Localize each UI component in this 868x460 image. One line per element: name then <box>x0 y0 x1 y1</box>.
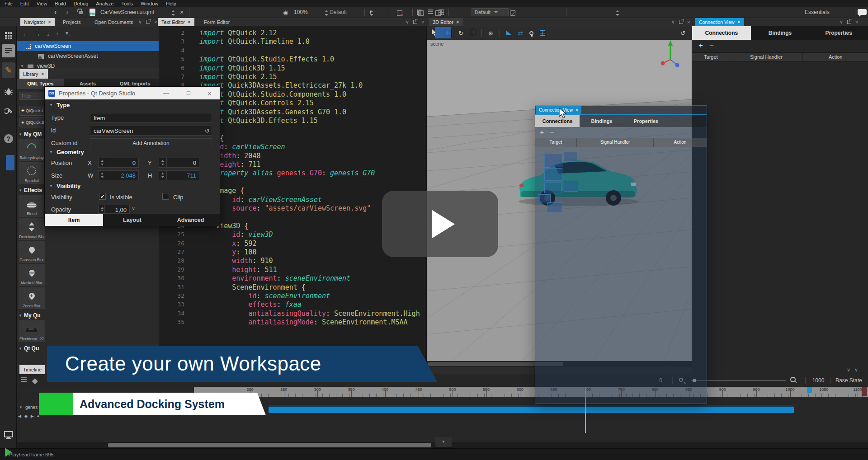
debug-mode-icon[interactable] <box>2 85 15 98</box>
close-document-icon[interactable]: × <box>180 7 184 18</box>
add-keyframe-icon[interactable]: ◆ <box>32 376 38 385</box>
zoom-level[interactable]: 100% <box>294 7 308 18</box>
distribute-h-icon[interactable] <box>417 9 422 15</box>
panel-splitter-grip[interactable]: ▼ <box>435 437 452 447</box>
menu-edit[interactable]: Edit <box>20 1 29 6</box>
clip-checkbox[interactable] <box>162 193 169 200</box>
menu-debug[interactable]: Debug <box>74 1 88 6</box>
add-module-button[interactable]: +QtQuick.I <box>19 106 45 116</box>
run-button[interactable] <box>2 446 15 459</box>
kit-monitor-icon[interactable] <box>2 428 15 441</box>
is-visible-checkbox[interactable]: ✔ <box>99 193 106 200</box>
add-annotation-button[interactable]: Add Annotation <box>90 138 212 148</box>
menu-window[interactable]: Window <box>141 1 158 6</box>
timeline-ruler[interactable]: 2002503003504004505005506006507007508008… <box>194 387 868 397</box>
floating-connection-view[interactable]: Connection View× Connections Bindings Pr… <box>535 105 707 404</box>
timeline-marker[interactable] <box>807 387 812 393</box>
menu-analyze[interactable]: Analyze <box>96 1 113 6</box>
library-section-qt-qu[interactable]: ▼Qt Qu <box>19 343 47 353</box>
section-type[interactable]: ▼Type <box>49 102 70 108</box>
library-item-gaussian-blur[interactable]: Gaussian Blur <box>19 241 45 263</box>
feedback-icon[interactable] <box>858 9 867 15</box>
tab-item[interactable]: Item <box>45 214 103 226</box>
design-mode-icon[interactable]: ✎ <box>2 62 15 78</box>
reset-view-icon[interactable]: ↺ <box>680 30 685 37</box>
library-section-my-qm[interactable]: ▼My QM <box>19 129 47 139</box>
height-spinbox[interactable]: 711 <box>159 170 199 180</box>
style-selector[interactable]: Default <box>330 7 347 18</box>
tab-connection-view[interactable]: Connection View× <box>695 18 744 26</box>
type-field[interactable]: Item <box>90 113 212 123</box>
tree-item-carviewscreen[interactable]: carViewScreen <box>17 41 159 51</box>
library-item-directional-blur[interactable]: Directional Blur <box>19 218 45 240</box>
rotate-tool-icon[interactable]: ↻ <box>458 30 463 37</box>
editor-panel-controls[interactable]: ∨× <box>406 19 425 25</box>
keyframe-controls[interactable]: ◀◆▶● <box>18 414 39 418</box>
section-geometry[interactable]: ▼Geometry <box>49 149 84 155</box>
library-item-blend[interactable]: Blend <box>19 195 45 217</box>
timeline-end-field[interactable]: 1000 <box>809 377 827 384</box>
menu-build[interactable]: Build <box>55 1 66 6</box>
apps-grid-icon[interactable] <box>2 29 15 42</box>
tab-bindings[interactable]: Bindings <box>751 26 810 40</box>
minimize-button[interactable]: — <box>163 89 169 96</box>
connection-panel-controls[interactable]: ∨× <box>840 19 859 25</box>
forward-icon[interactable]: › <box>66 7 68 18</box>
global-local-axes-icon[interactable]: ⇄ <box>518 30 523 37</box>
nav-down-icon[interactable]: ↓ <box>47 30 50 38</box>
workspace-selector[interactable]: Essentials <box>805 7 830 18</box>
camera-perspective-icon[interactable] <box>506 31 512 35</box>
current-document[interactable]: CarViewScreen.ui.qml <box>100 7 154 18</box>
navigator-panel-controls[interactable]: ∨× <box>138 19 157 25</box>
library-section-my-qu[interactable]: ▼My Qu <box>19 310 47 320</box>
reset-icon[interactable]: ↺ <box>205 127 210 134</box>
tab-open-documents[interactable]: Open Documents <box>91 18 137 26</box>
zoom-stepper-icon[interactable] <box>324 10 328 16</box>
menu-tools[interactable]: Tools <box>121 1 133 6</box>
distribute-v-icon[interactable] <box>428 9 433 15</box>
library-item-rpmdial[interactable]: Rpmdial <box>19 162 45 184</box>
add-connection-button[interactable]: + <box>698 41 703 50</box>
x-spinbox[interactable]: 0 <box>98 158 139 168</box>
nav-right-icon[interactable]: → <box>34 30 41 38</box>
library-item-masked-blur[interactable]: Masked Blur <box>19 264 45 286</box>
state-label[interactable]: Base State <box>835 377 862 384</box>
edit-light-icon[interactable] <box>529 31 533 35</box>
welcome-mode-icon[interactable] <box>2 44 15 57</box>
timeline-track-row[interactable]: ▼genes <box>19 405 38 410</box>
tab-connections[interactable]: Connections <box>692 26 751 40</box>
tab-connections[interactable]: Connections <box>535 115 580 127</box>
target-stepper-icon[interactable] <box>615 10 619 16</box>
tab-properties[interactable]: Properties <box>624 115 668 127</box>
opacity-dropdown-icon[interactable]: ∨ <box>132 206 135 211</box>
library-item-zoom-blur[interactable]: Zoom Blur <box>19 287 45 309</box>
tree-item-carviewscreenasset[interactable]: carViewScreenAsset <box>17 51 159 61</box>
kit-selector[interactable]: Default <box>472 8 509 16</box>
tab-form-editor[interactable]: Form Editor <box>200 18 233 26</box>
tab-bindings[interactable]: Bindings <box>580 115 624 127</box>
remove-connection-button[interactable]: − <box>550 128 554 136</box>
tab-layout[interactable]: Layout <box>103 214 161 226</box>
move-anchor-icon[interactable]: + <box>369 7 372 18</box>
panel-collapse-controls[interactable]: ∨∨ <box>847 367 858 373</box>
timeline-settings-icon[interactable] <box>21 376 27 385</box>
add-module-button[interactable]: +QtQuick.S <box>19 117 45 127</box>
tab-3d-editor[interactable]: 3D Editor× <box>429 18 463 26</box>
tab-timeline[interactable]: Timeline <box>19 365 45 374</box>
section-visibility[interactable]: ▼Visibility <box>49 183 80 189</box>
back-icon[interactable]: ‹ <box>54 7 57 18</box>
add-connection-button[interactable]: + <box>540 128 544 136</box>
tab-projects[interactable]: Projects <box>59 18 85 26</box>
y-spinbox[interactable]: 0 <box>159 158 199 168</box>
nav-filter-icon[interactable]: ▼˖ <box>65 31 71 37</box>
nav-left-icon[interactable]: ← <box>22 30 28 38</box>
tools-wrench-icon[interactable] <box>2 106 15 119</box>
library-item-batterydisplay[interactable]: Batterydisplay <box>19 139 45 161</box>
frame-error-icon[interactable] <box>397 10 402 16</box>
tab-navigator[interactable]: Navigator× <box>20 18 55 26</box>
run-preview-icon[interactable]: ◉ <box>283 7 288 18</box>
help-icon[interactable]: ? <box>2 132 15 145</box>
close-button[interactable]: × <box>208 89 212 97</box>
nav-up-icon[interactable]: ↑ <box>56 30 59 38</box>
scale-tool-icon[interactable] <box>470 30 475 37</box>
